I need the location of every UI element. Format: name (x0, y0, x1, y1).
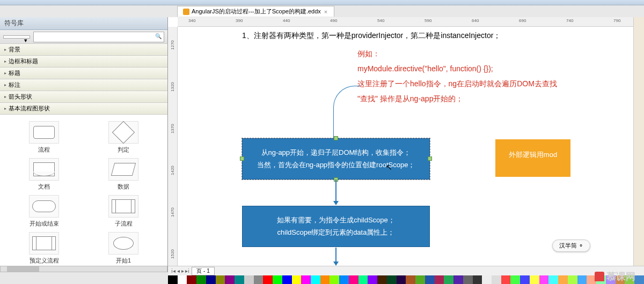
color-swatch[interactable] (187, 275, 196, 284)
canvas[interactable]: 1、注射器有两种类型，第一种是providerInjector，第二种是inst… (178, 27, 644, 272)
color-swatch[interactable] (292, 275, 302, 284)
horizontal-ruler: 340390440490540590640690740790 (178, 17, 644, 27)
color-swatch[interactable] (235, 275, 244, 284)
shape-preview (108, 158, 138, 181)
color-swatch[interactable] (168, 275, 178, 284)
shape-item[interactable]: 开始1 (86, 232, 161, 265)
color-swatch[interactable] (568, 275, 577, 284)
scrollbar-thumb[interactable] (7, 266, 39, 272)
color-swatch[interactable] (196, 275, 206, 284)
color-swatch[interactable] (492, 275, 501, 284)
color-swatch[interactable] (339, 275, 349, 284)
color-swatch[interactable] (453, 275, 463, 284)
category-item[interactable]: ▸背景 (0, 44, 167, 56)
shape-item[interactable]: 文档 (6, 158, 82, 191)
watermark: 慕课网 (595, 270, 635, 283)
category-label: 标题 (9, 69, 20, 77)
color-swatch[interactable] (473, 275, 482, 284)
color-swatch[interactable] (577, 275, 587, 284)
flame-icon (595, 272, 604, 281)
flowchart-connector (335, 248, 336, 263)
color-swatch[interactable] (415, 275, 425, 284)
annotation-line: 例如： (357, 49, 380, 59)
flowchart-node-process[interactable]: 从ng-app开始，递归子层DOM结构，收集指令； 当然，首先会在ng-app指… (242, 138, 430, 180)
watermark-text: 慕课网 (606, 270, 635, 283)
category-item[interactable]: ▸箭头形状 (0, 91, 167, 103)
shape-item[interactable]: 预定义流程 (6, 232, 82, 265)
color-swatch[interactable] (425, 275, 435, 284)
category-item[interactable]: ▸标注 (0, 79, 167, 91)
node-text: 外部逻辑用mod (506, 150, 560, 160)
color-swatch[interactable] (225, 275, 235, 284)
color-swatch[interactable] (282, 275, 292, 284)
color-swatch[interactable] (358, 275, 368, 284)
category-item[interactable]: ▸边框和标题 (0, 56, 167, 68)
ruler-mark: 640 (472, 18, 479, 23)
color-swatch[interactable] (539, 275, 549, 284)
page-tab[interactable]: 页 - 1 (192, 267, 214, 275)
shape-preview (108, 232, 138, 255)
color-swatch[interactable] (320, 275, 330, 284)
color-swatch[interactable] (206, 275, 216, 284)
flowchart-node-alt[interactable]: 外部逻辑用mod (495, 139, 570, 177)
color-swatch[interactable] (377, 275, 387, 284)
close-icon[interactable]: × (323, 9, 328, 15)
category-item[interactable]: ▸基本流程图形状 (0, 103, 167, 115)
connector-curve (333, 86, 360, 139)
shape-item[interactable]: 判定 (86, 121, 161, 154)
node-text: childScope绑定到元素的data属性上； (253, 226, 419, 238)
color-swatch[interactable] (530, 275, 539, 284)
color-swatch[interactable] (435, 275, 444, 284)
color-swatch[interactable] (444, 275, 453, 284)
color-swatch[interactable] (216, 275, 225, 284)
ruler-mark: 1320 (170, 83, 175, 92)
shape-item[interactable]: 流程 (6, 121, 82, 154)
shape-item[interactable]: 数据 (86, 158, 161, 191)
panel-scrollbar[interactable] (0, 266, 167, 272)
shape-item[interactable]: 子流程 (86, 195, 161, 228)
ime-indicator[interactable]: 汉半筒 ⚬ (552, 240, 590, 252)
color-swatch[interactable] (634, 275, 644, 284)
color-swatch[interactable] (558, 275, 568, 284)
color-swatch[interactable] (349, 275, 358, 284)
color-swatch[interactable] (397, 275, 406, 284)
color-swatch[interactable] (263, 275, 273, 284)
color-swatch[interactable] (330, 275, 339, 284)
annotation-line: myModule.directive("hello", function() {… (357, 64, 493, 73)
ruler-mark: 1520 (170, 250, 175, 259)
shape-item[interactable]: 开始或结束 (6, 195, 82, 228)
chevron-right-icon: ▸ (4, 94, 6, 99)
tab-title: AngularJS的启动过程---加上了Scope的构建.eddx (192, 8, 321, 16)
color-swatch[interactable] (273, 275, 282, 284)
resize-handle-e[interactable] (428, 156, 432, 161)
right-side-panel[interactable] (633, 17, 644, 274)
color-swatch[interactable] (178, 275, 187, 284)
node-text: 如果有需要，为指令生成childScope； (253, 214, 419, 226)
color-swatch[interactable] (311, 275, 320, 284)
flowchart-node-process[interactable]: 如果有需要，为指令生成childScope； childScope绑定到元素的d… (242, 206, 430, 247)
color-swatch[interactable] (387, 275, 397, 284)
arrow-head-icon (333, 201, 339, 205)
resize-handle-w[interactable] (240, 156, 244, 161)
chevron-right-icon: ▸ (4, 71, 6, 76)
color-swatch[interactable] (548, 275, 558, 284)
resize-handle-n[interactable] (334, 136, 338, 140)
color-swatch[interactable] (368, 275, 377, 284)
color-swatch[interactable] (510, 275, 520, 284)
document-tab[interactable]: AngularJS的启动过程---加上了Scope的构建.eddx × (177, 6, 334, 17)
color-swatch[interactable] (244, 275, 254, 284)
shape-style-dropdown[interactable] (3, 35, 30, 39)
color-swatch[interactable] (463, 275, 473, 284)
category-label: 标注 (9, 81, 20, 89)
color-swatch[interactable] (301, 275, 311, 284)
shape-label: 判定 (86, 146, 161, 154)
color-swatch[interactable] (406, 275, 415, 284)
search-input[interactable] (33, 32, 164, 42)
color-swatch[interactable] (482, 275, 492, 284)
color-swatch[interactable] (520, 275, 530, 284)
ruler-mark: 490 (330, 18, 337, 23)
color-swatch[interactable] (501, 275, 511, 284)
color-swatch[interactable] (254, 275, 264, 284)
page-nav-buttons[interactable]: ⅰ◂ ◂ ▸ ▸ⅰ (171, 268, 189, 274)
category-item[interactable]: ▸标题 (0, 68, 167, 79)
